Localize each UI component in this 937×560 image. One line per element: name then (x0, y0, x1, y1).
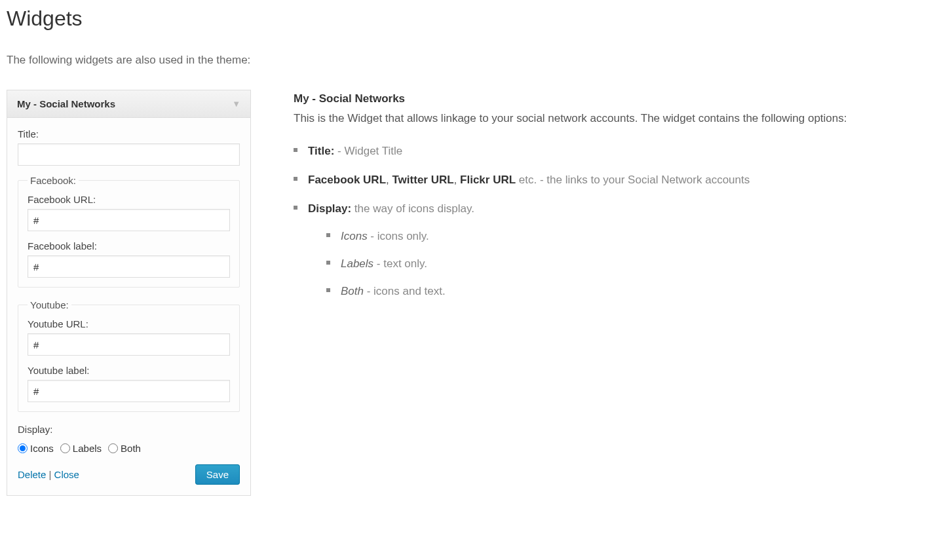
radio-icons-label: Icons (30, 443, 54, 454)
youtube-url-label: Youtube URL: (28, 318, 230, 329)
desc-sublist: Icons - icons only. Labels - text only. … (308, 227, 847, 301)
sub-both-text: - icons and text. (364, 285, 446, 297)
close-link[interactable]: Close (54, 469, 79, 480)
youtube-label-input[interactable] (28, 380, 230, 402)
sub-icons-text: - icons only. (368, 230, 429, 242)
radio-option-labels[interactable]: Labels (60, 443, 102, 454)
item-fb: Facebook URL (308, 174, 386, 186)
item-title-text: - Widget Title (334, 145, 402, 157)
item-display-label: Display: (308, 202, 351, 215)
facebook-label-input[interactable] (28, 255, 230, 278)
radio-icons[interactable] (18, 443, 28, 453)
item-rest: etc. - the links to your Social Network … (516, 174, 750, 186)
facebook-label-label: Facebook label: (28, 240, 230, 252)
widget-header-title: My - Social Networks (17, 98, 115, 109)
facebook-legend: Facebook: (28, 175, 79, 186)
youtube-url-input[interactable] (28, 333, 230, 356)
facebook-url-input[interactable] (28, 209, 230, 231)
sub-both-em: Both (341, 285, 364, 297)
desc-title: My - Social Networks (294, 90, 847, 108)
list-item: Labels - text only. (326, 255, 847, 273)
sub-labels-text: - text only. (373, 257, 427, 270)
sub-labels-em: Labels (341, 257, 373, 270)
youtube-label-label: Youtube label: (28, 365, 230, 376)
list-item: Both - icons and text. (326, 282, 847, 301)
separator: | (49, 469, 54, 480)
widget-header[interactable]: My - Social Networks ▼ (7, 90, 250, 118)
delete-link[interactable]: Delete (18, 469, 46, 480)
display-label: Display: (18, 424, 240, 435)
save-button[interactable]: Save (195, 464, 240, 485)
list-item: Title: - Widget Title (294, 142, 847, 160)
desc-intro: This is the Widget that allows linkage t… (294, 109, 847, 128)
display-radio-group: Icons Labels Both (18, 443, 240, 454)
youtube-group: Youtube: Youtube URL: Youtube label: (18, 299, 240, 412)
title-label: Title: (18, 128, 240, 140)
item-title-label: Title: (308, 145, 334, 157)
widget-panel: My - Social Networks ▼ Title: Facebook: … (7, 90, 251, 496)
list-item: Icons - icons only. (326, 227, 847, 246)
page-title: Widgets (7, 7, 930, 31)
facebook-group: Facebook: Facebook URL: Facebook label: (18, 175, 240, 288)
youtube-legend: Youtube: (28, 299, 71, 310)
link-actions: Delete | Close (18, 469, 79, 480)
item-fl: Flickr URL (460, 174, 516, 186)
widget-body: Title: Facebook: Facebook URL: Facebook … (7, 118, 250, 495)
facebook-url-label: Facebook URL: (28, 194, 230, 205)
radio-option-icons[interactable]: Icons (18, 443, 54, 454)
chevron-down-icon[interactable]: ▼ (232, 99, 240, 109)
intro-text: The following widgets are also used in t… (7, 54, 930, 67)
list-item: Display: the way of icons display. Icons… (294, 200, 847, 301)
item-tw: Twitter URL (392, 174, 453, 186)
title-input[interactable] (18, 143, 240, 166)
item-display-text: the way of icons display. (351, 202, 474, 215)
list-item: Facebook URL, Twitter URL, Flickr URL et… (294, 171, 847, 189)
radio-labels[interactable] (60, 443, 70, 453)
sub-icons-em: Icons (341, 230, 368, 242)
radio-both[interactable] (108, 443, 118, 453)
sep: , (454, 174, 460, 186)
radio-option-both[interactable]: Both (108, 443, 141, 454)
desc-list: Title: - Widget Title Facebook URL, Twit… (294, 142, 847, 301)
description: My - Social Networks This is the Widget … (294, 90, 847, 311)
radio-labels-label: Labels (73, 443, 102, 454)
radio-both-label: Both (121, 443, 141, 454)
